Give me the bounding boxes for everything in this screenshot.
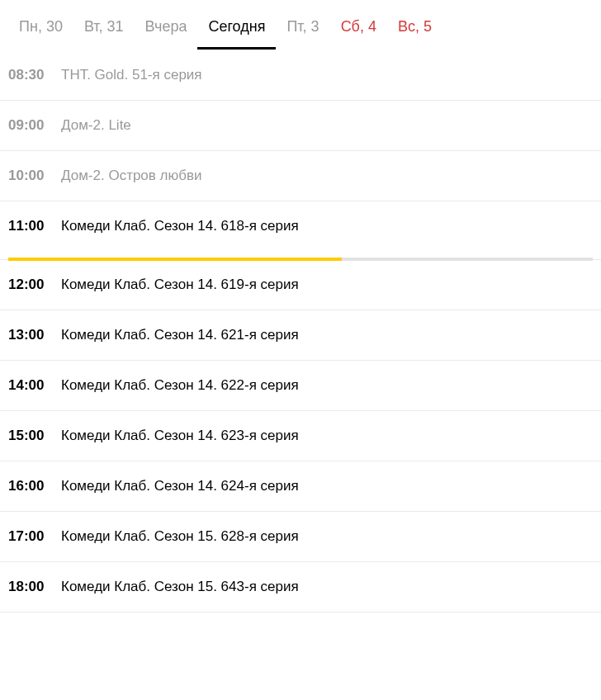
schedule-time: 13:00 xyxy=(8,327,54,343)
schedule-title: Комеди Клаб. Сезон 14. 623-я серия xyxy=(54,428,299,444)
schedule-item[interactable]: 17:00Комеди Клаб. Сезон 15. 628-я серия xyxy=(0,512,601,562)
schedule-title: Комеди Клаб. Сезон 14. 618-я серия xyxy=(54,218,299,234)
schedule-time: 16:00 xyxy=(8,478,54,494)
tab-day-5[interactable]: Сб, 4 xyxy=(330,13,387,50)
tab-day-4[interactable]: Пт, 3 xyxy=(276,13,329,50)
schedule-item[interactable]: 11:00Комеди Клаб. Сезон 14. 618-я серия xyxy=(0,201,601,260)
schedule-title: ТНТ. Gold. 51-я серия xyxy=(54,67,202,83)
schedule-time: 17:00 xyxy=(8,528,54,545)
schedule-title: Комеди Клаб. Сезон 15. 628-я серия xyxy=(54,528,299,545)
schedule-title: Дом-2. Остров любви xyxy=(54,168,202,184)
schedule-item[interactable]: 16:00Комеди Клаб. Сезон 14. 624-я серия xyxy=(0,461,601,512)
schedule-time: 10:00 xyxy=(8,168,54,184)
schedule-title: Комеди Клаб. Сезон 14. 619-я серия xyxy=(54,277,299,293)
tab-day-0[interactable]: Пн, 30 xyxy=(8,13,73,50)
tab-day-6[interactable]: Вс, 5 xyxy=(387,13,442,50)
schedule-item[interactable]: 13:00Комеди Клаб. Сезон 14. 621-я серия xyxy=(0,310,601,361)
schedule-time: 08:30 xyxy=(8,67,54,83)
schedule-item[interactable]: 18:00Комеди Клаб. Сезон 15. 643-я серия xyxy=(0,562,601,612)
schedule-title: Комеди Клаб. Сезон 14. 624-я серия xyxy=(54,478,299,494)
schedule-time: 18:00 xyxy=(8,579,54,595)
tab-day-3[interactable]: Сегодня xyxy=(197,13,276,50)
tab-day-2[interactable]: Вчера xyxy=(135,13,198,50)
schedule-title: Комеди Клаб. Сезон 14. 622-я серия xyxy=(54,377,299,394)
schedule-time: 14:00 xyxy=(8,377,54,394)
schedule-title: Комеди Клаб. Сезон 15. 643-я серия xyxy=(54,579,299,595)
schedule-item[interactable]: 08:30ТНТ. Gold. 51-я серия xyxy=(0,50,601,101)
schedule-item[interactable]: 12:00Комеди Клаб. Сезон 14. 619-я серия xyxy=(0,260,601,310)
date-tabs: Пн, 30Вт, 31ВчераСегодняПт, 3Сб, 4Вс, 5 xyxy=(0,0,601,50)
schedule-list: 08:30ТНТ. Gold. 51-я серия09:00Дом-2. Li… xyxy=(0,50,601,612)
schedule-title: Комеди Клаб. Сезон 14. 621-я серия xyxy=(54,327,299,343)
schedule-time: 11:00 xyxy=(8,218,54,234)
schedule-time: 12:00 xyxy=(8,277,54,293)
schedule-item[interactable]: 15:00Комеди Клаб. Сезон 14. 623-я серия xyxy=(0,411,601,461)
schedule-time: 15:00 xyxy=(8,428,54,444)
schedule-item[interactable]: 09:00Дом-2. Lite xyxy=(0,101,601,151)
schedule-time: 09:00 xyxy=(8,117,54,134)
tab-day-1[interactable]: Вт, 31 xyxy=(73,13,135,50)
schedule-title: Дом-2. Lite xyxy=(54,117,131,134)
schedule-item[interactable]: 10:00Дом-2. Остров любви xyxy=(0,151,601,201)
schedule-item[interactable]: 14:00Комеди Клаб. Сезон 14. 622-я серия xyxy=(0,361,601,411)
